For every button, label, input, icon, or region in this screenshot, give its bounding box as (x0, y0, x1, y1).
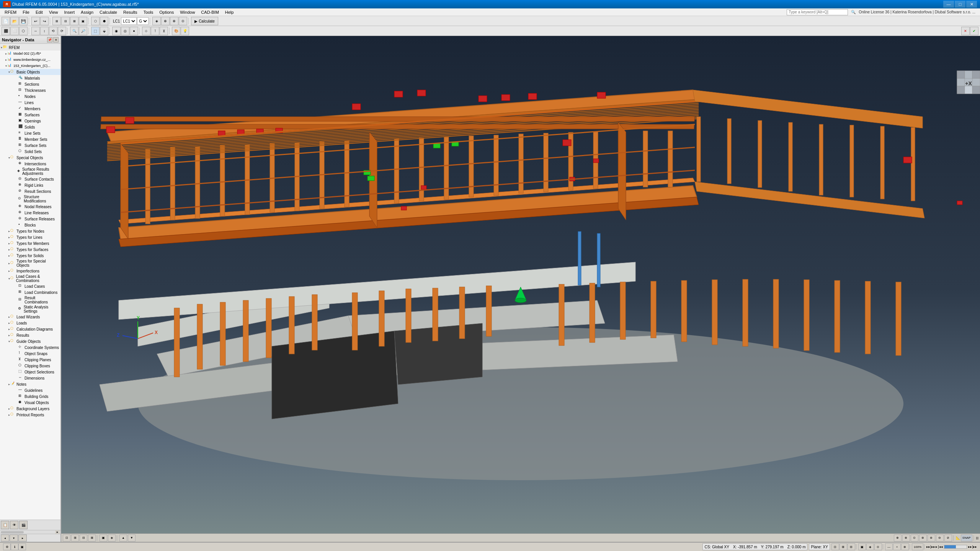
status-btn-4[interactable]: ▣ (858, 543, 866, 550)
redo-btn[interactable]: ↪ (40, 17, 49, 25)
tree-item-solids[interactable]: ⬛ Solids (0, 124, 60, 130)
vis-btn1[interactable]: ◉ (112, 27, 121, 35)
tree-item-dimensions[interactable]: ↔ Dimensions (0, 375, 60, 381)
tree-item-imperfections[interactable]: ▸ ⬡ Imperfections (0, 268, 60, 274)
tb11[interactable]: ⊗ (170, 17, 178, 25)
cancel-btn[interactable]: ✕ (961, 27, 970, 35)
vp-end-6[interactable]: ⊖ (936, 535, 944, 541)
tree-item-model2[interactable]: ▸ 📊 www.timberdesign.cz_... (0, 57, 60, 63)
vp-btn-4[interactable]: ⊠ (88, 535, 96, 541)
tb4[interactable]: ⊟ (61, 17, 70, 25)
vp-end-3[interactable]: ⊙ (911, 535, 918, 541)
tree-item-line-releases[interactable]: ⊚ Line Releases (0, 210, 60, 216)
nav-close-btn[interactable]: ✕ (53, 37, 59, 42)
nav-data-btn[interactable]: 📋 (1, 521, 9, 529)
nav-scrollbar[interactable]: ▸ (0, 530, 60, 534)
menu-tools[interactable]: Tools (140, 9, 157, 15)
tree-item-object-snaps[interactable]: ⊺ Object Snaps (0, 350, 60, 357)
tree-item-load-combinations[interactable]: ⊞ Load Combinations (0, 289, 60, 295)
tree-item-load-wizards[interactable]: ▸ ⬡ Load Wizards (0, 314, 60, 320)
nav-action-1[interactable]: ◂ (1, 535, 9, 541)
status-btn-3[interactable]: ⊟ (848, 543, 855, 550)
tree-item-blocks[interactable]: ▪ Blocks (0, 222, 60, 228)
save-btn[interactable]: 💾 (19, 17, 28, 25)
tree-item-results[interactable]: ▸ ⬡ Results (0, 332, 60, 338)
vis-btn2[interactable]: ◎ (121, 27, 129, 35)
tree-item-clipping-boxes[interactable]: ⬡ Clipping Boxes (0, 363, 60, 369)
tree-item-visual-objects[interactable]: ◉ Visual Objects (0, 399, 60, 406)
tree-item-model3[interactable]: ▾ 📊 153_Kindergarten_(C)... (0, 63, 60, 69)
view-btn5[interactable]: ↕ (40, 27, 49, 35)
open-btn[interactable]: 📂 (10, 17, 19, 25)
view-btn7[interactable]: ⟳ (58, 27, 66, 35)
tree-item-types-special[interactable]: ▸ ⬡ Types for Special Objects (0, 259, 60, 268)
tree-item-thicknesses[interactable]: ⊟ Thicknesses (0, 87, 60, 93)
tree-item-notes[interactable]: ▸ 📝 Notes (0, 381, 60, 387)
tree-item-member-sets[interactable]: ≣ Member Sets (0, 136, 60, 142)
tree-item-calc-diagrams[interactable]: ▸ ⬡ Calculation Diagrams (0, 326, 60, 332)
status-btn-5[interactable]: ◈ (866, 543, 874, 550)
vp-btn-3[interactable]: ⊟ (80, 535, 87, 541)
vp-render-1[interactable]: ▣ (100, 535, 107, 541)
vp-end-2[interactable]: ⊗ (902, 535, 910, 541)
status-btn-1[interactable]: ⊡ (831, 543, 839, 550)
snap-btn1[interactable]: ⊹ (142, 27, 150, 35)
view-btn3[interactable]: ⬡ (19, 27, 28, 35)
tb7[interactable]: ⬡ (91, 17, 100, 25)
tree-item-guide-objects[interactable]: ▾ ⬡ Guide Objects (0, 338, 60, 344)
tree-item-types-nodes[interactable]: ▸ ⬡ Types for Nodes (0, 228, 60, 234)
snap-btn3[interactable]: ⊻ (160, 27, 168, 35)
new-btn[interactable]: 📄 (2, 17, 10, 25)
nav-action-2[interactable]: ▾ (10, 535, 18, 541)
tb5[interactable]: ⊠ (70, 17, 78, 25)
vp-end-7[interactable]: ⊘ (944, 535, 952, 541)
tree-item-nodes[interactable]: • Nodes (0, 93, 60, 99)
calculate-btn[interactable]: ▶ Calculate (191, 17, 218, 25)
status-btn-7[interactable]: — (885, 543, 893, 550)
tree-item-coord-systems[interactable]: ⊹ Coordinate Systems (0, 344, 60, 350)
status-btn-6[interactable]: ⊙ (874, 543, 882, 550)
tree-item-building-grids[interactable]: ⊞ Building Grids (0, 393, 60, 399)
nav-disp-btn[interactable]: 👁 (10, 521, 18, 529)
tree-item-static-analysis[interactable]: ⚙ Static Analysis Settings (0, 305, 60, 314)
tree-item-result-sections[interactable]: ⊘ Result Sections (0, 188, 60, 194)
undo-btn[interactable]: ↩ (31, 17, 40, 25)
viewport[interactable]: X Y Z +X ⊡ ⊞ ⊟ ⊠ (61, 36, 980, 542)
select-btn1[interactable]: ⬚ (91, 27, 100, 35)
g-select[interactable]: G (137, 17, 149, 25)
tree-item-clipping-planes[interactable]: ⊻ Clipping Planes (0, 357, 60, 363)
tb3[interactable]: ⊞ (52, 17, 61, 25)
zoom-btn1[interactable]: 🔍 (70, 27, 78, 35)
tree-item-types-lines[interactable]: ▸ ⬡ Types for Lines (0, 234, 60, 240)
menu-cadbim[interactable]: CAD-BIM (198, 9, 222, 15)
status-settings[interactable]: ⚙ (3, 543, 11, 550)
vp-end-1[interactable]: ⊕ (894, 535, 902, 541)
tree-item-surface-contacts[interactable]: ◎ Surface Contacts (0, 176, 60, 182)
nav-pin-btn[interactable]: 📌 (47, 37, 52, 42)
tree-item-guidelines[interactable]: — Guidelines (0, 387, 60, 393)
lc-select[interactable]: LC1 (121, 17, 137, 25)
maximize-button[interactable]: □ (955, 1, 965, 8)
tree-item-types-solids[interactable]: ▸ ⬡ Types for Solids (0, 253, 60, 259)
select-btn2[interactable]: ⬙ (100, 27, 108, 35)
vp-btn-2[interactable]: ⊞ (71, 535, 79, 541)
tree-item-special-objects[interactable]: ▾ ⬡ Special Objects (0, 155, 60, 161)
view-btn1[interactable]: ⬛ (2, 27, 10, 35)
tb12[interactable]: ⊙ (179, 17, 187, 25)
vp-end-5[interactable]: ⊚ (928, 535, 935, 541)
color-btn[interactable]: 🎨 (172, 27, 180, 35)
search-input[interactable] (787, 9, 848, 15)
menu-options[interactable]: Options (156, 9, 177, 15)
nav-scroll-right[interactable]: ▸ (55, 530, 60, 534)
tree-item-background-layers[interactable]: ▸ ⬡ Background Layers (0, 406, 60, 412)
menu-rfem[interactable]: RFEM (2, 9, 20, 15)
menu-view[interactable]: View (46, 9, 61, 15)
snap-btn2[interactable]: ⊺ (151, 27, 159, 35)
tree-item-materials[interactable]: 🔩 Materials (0, 75, 60, 81)
menu-results[interactable]: Results (120, 9, 140, 15)
nav-view-btn[interactable]: 🎬 (19, 521, 28, 529)
minimize-button[interactable]: — (943, 1, 954, 8)
tree-item-printout-reports[interactable]: ▸ ⬡ Printout Reports (0, 412, 60, 418)
tb10[interactable]: ⊕ (161, 17, 170, 25)
vp-view-2[interactable]: ▼ (128, 535, 136, 541)
